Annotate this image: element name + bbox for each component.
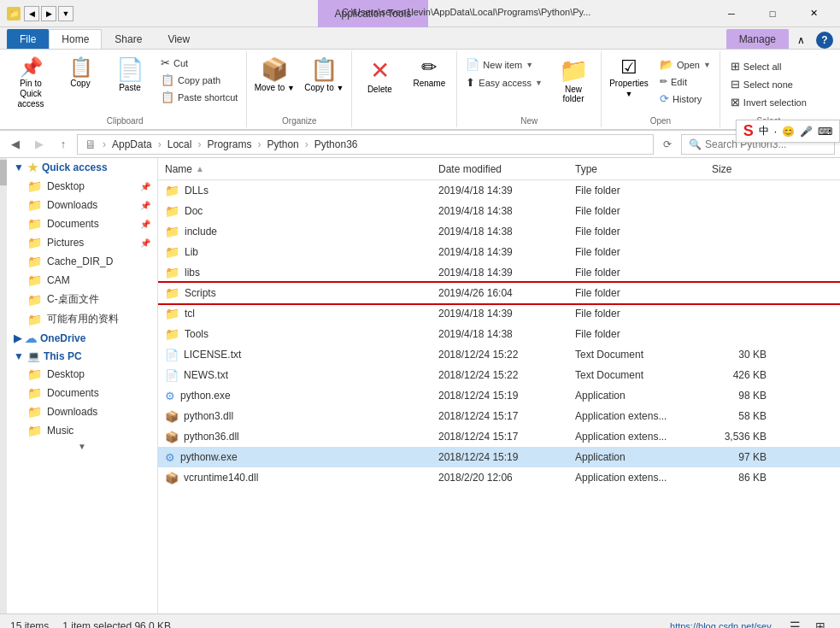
folder-icon: 📁 [27,255,42,268]
addr-appdata[interactable]: AppData [112,138,152,150]
table-row[interactable]: 📁DLLs 2019/4/18 14:39 File folder [158,180,840,201]
table-row[interactable]: 📁include 2019/4/18 14:38 File folder [158,221,840,242]
sidebar-item-useful[interactable]: 📁 可能有用的资料 [7,309,157,329]
table-row[interactable]: 📦vcruntime140.dll 2018/2/20 12:06 Applic… [158,467,840,488]
col-header-name[interactable]: Name ▲ [158,158,432,179]
select-none-button[interactable]: ⊟ Select none [724,76,814,92]
tab-home[interactable]: Home [49,29,102,49]
move-to-button[interactable]: 📦 Move to ▼ [250,53,298,96]
tab-manage[interactable]: Manage [726,29,789,49]
new-item-button[interactable]: 📄 New item ▼ [461,56,548,73]
sidebar-item-documents-qa[interactable]: 📁 Documents 📌 [7,214,157,233]
sidebar-scroll-more: ▼ [7,440,157,453]
quick-access-forward[interactable]: ▶ [41,6,56,21]
easy-access-button[interactable]: ⬆ Easy access ▼ [461,74,548,91]
table-row[interactable]: 📁Doc 2019/4/18 14:38 File folder [158,201,840,221]
select-all-button[interactable]: ⊞ Select all [724,58,814,74]
table-row[interactable]: 📁Tools 2019/4/18 14:38 File folder [158,324,840,344]
sidebar-item-downloads-pc[interactable]: 📁 Downloads [7,402,157,421]
help-button[interactable]: ? [816,32,833,49]
maximize-button[interactable]: □ [753,0,792,27]
tab-file[interactable]: File [7,29,49,49]
table-row[interactable]: 📦python36.dll 2018/12/24 15:17 Applicati… [158,426,840,447]
ribbon-group-organize: 📦 Move to ▼ 📋 Copy to ▼ Organize [247,51,352,127]
addr-programs[interactable]: Programs [207,138,251,150]
refresh-button[interactable]: ⟳ [657,134,678,155]
sidebar-scrollbar[interactable] [0,158,7,613]
up-button[interactable]: ↑ [53,134,73,155]
sidebar-item-documents-pc[interactable]: 📁 Documents [7,384,157,402]
back-button[interactable]: ◀ [5,134,26,155]
edit-button[interactable]: ✏ Edit [655,74,716,89]
delete-button[interactable]: ✕ Delete [355,53,403,97]
sidebar-quick-access[interactable]: ▼ ★ Quick access [7,158,157,177]
open-label: Open [605,114,716,126]
minimize-button[interactable]: ─ [712,0,751,27]
folder-icon: 📁 [27,424,42,437]
star-icon: ★ [27,161,38,174]
title-bar-left: 📁 ◀ ▶ ▼ [7,6,73,21]
sidebar-scroll-thumb[interactable] [0,160,7,185]
ribbon-group-new: 📄 New item ▼ ⬆ Easy access ▼ 📁 Newfolder… [457,51,602,127]
chevron-down-icon: ▼ [14,161,24,173]
sidebar-item-pictures-qa[interactable]: 📁 Pictures 📌 [7,233,157,252]
ribbon-tabs: File Home Share View Manage ∧ ? [0,27,840,50]
tab-view[interactable]: View [155,29,203,49]
sidebar-item-desktop-qa[interactable]: 📁 Desktop 📌 [7,177,157,196]
copy-path-button[interactable]: 📋 Copy path [156,72,243,88]
title-bar-arrows: ◀ ▶ ▼ [24,6,73,21]
properties-icon: ☑ [620,56,637,79]
table-row[interactable]: 📦python3.dll 2018/12/24 15:17 Applicatio… [158,406,840,426]
table-row[interactable]: ⚙python.exe 2018/12/24 15:19 Application… [158,385,840,406]
open-button[interactable]: 📂 Open ▼ [655,56,716,73]
table-row[interactable]: 📄NEWS.txt 2018/12/24 15:22 Text Document… [158,365,840,385]
table-row-scripts[interactable]: 📁Scripts 2019/4/26 16:04 File folder [158,283,840,303]
paste-button[interactable]: 📄 Paste [106,53,154,96]
table-row[interactable]: 📁libs 2019/4/18 14:39 File folder [158,262,840,283]
icons-view-button[interactable]: ⊞ [811,617,830,629]
addr-local[interactable]: Local [167,138,192,150]
col-header-size[interactable]: Size [705,158,773,179]
new-folder-button[interactable]: 📁 Newfolder [549,53,597,107]
rename-button[interactable]: ✏ Rename [405,53,453,91]
table-row-pythonw[interactable]: ⚙pythonw.exe 2018/12/24 15:19 Applicatio… [158,447,840,467]
sidebar-item-cdesktop[interactable]: 📁 C-桌面文件 [7,290,157,309]
ime-widget: S 中 · 😊 🎤 ⌨ [736,120,840,143]
tab-share[interactable]: Share [102,29,155,49]
quick-access-back[interactable]: ◀ [24,6,39,21]
col-header-date[interactable]: Date modified [432,158,568,179]
addr-python[interactable]: Python [267,138,298,150]
quick-access-down[interactable]: ▼ [58,6,73,21]
address-bar[interactable]: 🖥 › AppData › Local › Programs › Python … [77,134,654,155]
status-link[interactable]: https://blog.csdn.net/sev... [670,621,778,629]
details-view-button[interactable]: ☰ [785,617,804,629]
forward-button[interactable]: ▶ [29,134,50,155]
sidebar-item-cachedir[interactable]: 📁 Cache_DIR_D [7,252,157,271]
sidebar-item-downloads-qa[interactable]: 📁 Downloads 📌 [7,196,157,214]
addr-python36[interactable]: Python36 [314,138,358,150]
table-row[interactable]: 📁Lib 2019/4/18 14:39 File folder [158,242,840,262]
dll-icon: 📦 [165,431,179,443]
sidebar-item-music-pc[interactable]: 📁 Music [7,421,157,440]
close-button[interactable]: ✕ [794,0,833,27]
sidebar-item-cam[interactable]: 📁 CAM [7,271,157,290]
cut-button[interactable]: ✂ Cut [156,55,243,71]
properties-button[interactable]: ☑ Properties ▼ [605,53,653,103]
sidebar-item-desktop-pc[interactable]: 📁 Desktop [7,365,157,384]
pin-icon-downloads: 📌 [140,201,150,210]
col-header-type[interactable]: Type [568,158,705,179]
folder-icon: 📁 [27,179,42,193]
ribbon-collapse-btn[interactable]: ∧ [792,32,809,49]
sidebar-onedrive[interactable]: ▶ ☁ OneDrive [7,329,157,348]
sort-asc-icon: ▲ [196,164,204,173]
copy-to-button[interactable]: 📋 Copy to ▼ [300,53,348,96]
invert-selection-button[interactable]: ⊠ Invert selection [724,94,814,110]
copy-button[interactable]: 📋 Copy [56,53,104,91]
history-button[interactable]: ⟳ History [655,91,716,107]
table-row[interactable]: 📄LICENSE.txt 2018/12/24 15:22 Text Docum… [158,344,840,365]
sidebar-this-pc[interactable]: ▼ 💻 This PC [7,348,157,365]
pin-to-quick-access-button[interactable]: 📌 Pin to Quickaccess [7,53,55,113]
table-row[interactable]: 📁tcl 2019/4/18 14:39 File folder [158,303,840,324]
paste-shortcut-button[interactable]: 📋 Paste shortcut [156,89,243,105]
copy-icon: 📋 [69,56,92,79]
